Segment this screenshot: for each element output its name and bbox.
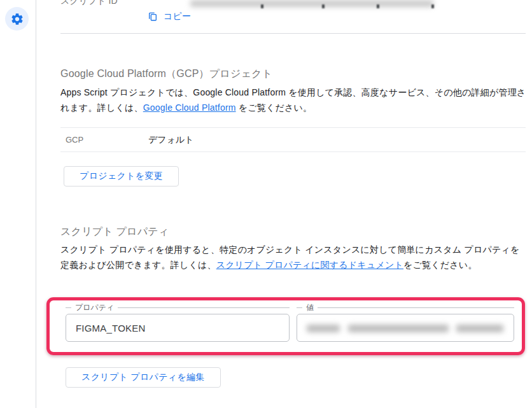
redaction-artifact bbox=[322, 4, 325, 8]
legend-line bbox=[297, 307, 302, 308]
script-id-value-redacted bbox=[190, 0, 433, 7]
redacted-value-blob bbox=[456, 325, 503, 332]
gcp-project-row: GCP デフォルト bbox=[60, 127, 526, 152]
property-field-legend: プロパティ bbox=[66, 304, 290, 312]
gcp-section-description: Apps Script プロジェクトでは、Google Cloud Platfo… bbox=[60, 85, 527, 115]
script-id-label: スクリプト ID bbox=[60, 0, 118, 7]
copy-button-label: コピー bbox=[164, 11, 191, 22]
sidebar-item-settings[interactable] bbox=[5, 7, 29, 31]
gcp-row-value: デフォルト bbox=[148, 134, 194, 146]
legend-line bbox=[318, 307, 514, 308]
value-field-legend: 値 bbox=[297, 304, 514, 312]
sidebar bbox=[0, 0, 36, 408]
redaction-artifact bbox=[377, 4, 379, 8]
property-name-input[interactable]: FIGMA_TOKEN bbox=[66, 314, 290, 342]
script-properties-heading: スクリプト プロパティ bbox=[60, 225, 169, 239]
edit-script-properties-button[interactable]: スクリプト プロパティを編集 bbox=[66, 367, 221, 388]
copy-icon bbox=[148, 11, 158, 22]
apps-script-settings-page: スクリプト ID コピー Google Cloud Platform（GCP）プ… bbox=[0, 0, 532, 408]
legend-line bbox=[118, 307, 290, 308]
redacted-value-blob bbox=[348, 325, 449, 332]
property-name-value: FIGMA_TOKEN bbox=[76, 323, 145, 334]
redacted-value-blob bbox=[307, 325, 340, 332]
property-value-field: 値 bbox=[297, 304, 514, 342]
gcp-section-heading: Google Cloud Platform（GCP）プロジェクト bbox=[60, 67, 272, 81]
redaction-artifact bbox=[431, 4, 434, 8]
gcp-row-label: GCP bbox=[60, 135, 148, 144]
gcp-desc-text-after: をご覧ください。 bbox=[236, 102, 312, 113]
redaction-artifact bbox=[261, 4, 263, 8]
script-properties-doc-link[interactable]: スクリプト プロパティに関するドキュメント bbox=[216, 260, 403, 270]
property-field-label: プロパティ bbox=[71, 302, 118, 313]
property-name-field: プロパティ FIGMA_TOKEN bbox=[66, 304, 290, 342]
script-properties-description: スクリプト プロパティを使用すると、特定のオブジェクト インスタンスに対して簡単… bbox=[60, 243, 527, 272]
value-field-label: 値 bbox=[302, 302, 318, 313]
props-desc-text-after: をご覧ください。 bbox=[403, 260, 477, 270]
gcp-doc-link[interactable]: Google Cloud Platform bbox=[143, 102, 236, 113]
legend-line bbox=[66, 307, 71, 308]
copy-button[interactable]: コピー bbox=[148, 11, 191, 22]
change-project-button[interactable]: プロジェクトを変更 bbox=[64, 166, 179, 186]
section-divider bbox=[60, 33, 526, 34]
property-value-input[interactable] bbox=[297, 314, 514, 342]
gear-icon bbox=[10, 12, 24, 26]
